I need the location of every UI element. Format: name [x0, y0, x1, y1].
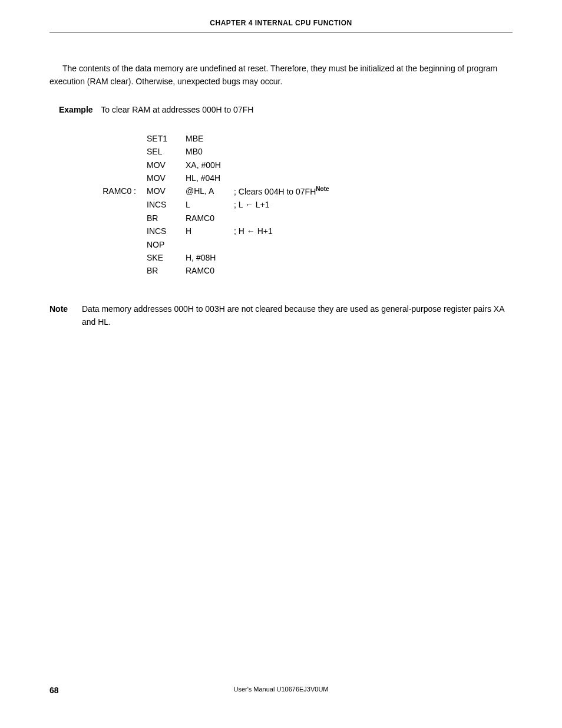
code-label	[49, 238, 147, 251]
code-op: SEL	[147, 145, 186, 158]
note-block: Note Data memory addresses 000H to 003H …	[49, 302, 513, 329]
code-block: SET1 MBE SEL MB0 MOV XA, #00H MOV HL, #0…	[49, 132, 513, 278]
code-row: MOV HL, #04H	[49, 172, 513, 185]
code-arg: RAMC0	[186, 264, 234, 277]
code-comment: ; L ← L+1	[234, 198, 513, 211]
code-op: BR	[147, 212, 186, 225]
page-number: 68	[49, 686, 59, 695]
code-comment: ; Clears 004H to 07FHNote	[234, 185, 513, 198]
code-row: MOV XA, #00H	[49, 159, 513, 172]
code-label: RAMC0 :	[49, 185, 147, 198]
code-comment	[234, 212, 513, 225]
note-superscript: Note	[316, 186, 329, 192]
code-arg: H, #08H	[186, 251, 234, 264]
code-label	[49, 251, 147, 264]
code-comment	[234, 145, 513, 158]
code-op: INCS	[147, 225, 186, 238]
code-arg: MB0	[186, 145, 234, 158]
code-label	[49, 225, 147, 238]
code-comment	[234, 251, 513, 264]
code-row: BR RAMC0	[49, 212, 513, 225]
code-arg: MBE	[186, 132, 234, 145]
code-arg: H	[186, 225, 234, 238]
code-arg	[186, 238, 234, 251]
code-row: INCS L ; L ← L+1	[49, 198, 513, 211]
page-content: CHAPTER 4 INTERNAL CPU FUNCTION The cont…	[0, 0, 562, 329]
code-comment	[234, 238, 513, 251]
code-op: BR	[147, 264, 186, 277]
example-label: Example	[59, 105, 93, 114]
code-label	[49, 159, 147, 172]
code-row: BR RAMC0	[49, 264, 513, 277]
manual-id: User's Manual U10676EJ3V0UM	[233, 686, 328, 693]
code-op: MOV	[147, 159, 186, 172]
code-op: INCS	[147, 198, 186, 211]
example-text: To clear RAM at addresses 000H to 07FH	[101, 105, 253, 114]
code-label	[49, 198, 147, 211]
code-arg: HL, #04H	[186, 172, 234, 185]
code-row: SKE H, #08H	[49, 251, 513, 264]
code-label	[49, 212, 147, 225]
code-comment: ; H ← H+1	[234, 225, 513, 238]
code-comment	[234, 132, 513, 145]
code-row: NOP	[49, 238, 513, 251]
intro-text: The contents of the data memory are unde…	[49, 64, 497, 86]
code-comment	[234, 264, 513, 277]
code-arg: RAMC0	[186, 212, 234, 225]
code-comment	[234, 172, 513, 185]
code-arg: @HL, A	[186, 185, 234, 198]
code-op: NOP	[147, 238, 186, 251]
note-label: Note	[49, 302, 82, 329]
page-footer: 68 User's Manual U10676EJ3V0UM	[49, 686, 513, 695]
code-row: SET1 MBE	[49, 132, 513, 145]
code-row: INCS H ; H ← H+1	[49, 225, 513, 238]
chapter-header: CHAPTER 4 INTERNAL CPU FUNCTION	[49, 19, 513, 32]
intro-paragraph: The contents of the data memory are unde…	[49, 62, 513, 88]
code-op: SKE	[147, 251, 186, 264]
code-arg: L	[186, 198, 234, 211]
code-arg: XA, #00H	[186, 159, 234, 172]
code-comment	[234, 159, 513, 172]
code-label	[49, 132, 147, 145]
note-text: Data memory addresses 000H to 003H are n…	[82, 302, 513, 329]
code-op: MOV	[147, 185, 186, 198]
code-op: MOV	[147, 172, 186, 185]
code-row: SEL MB0	[49, 145, 513, 158]
example-line: Example To clear RAM at addresses 000H t…	[59, 105, 513, 114]
code-op: SET1	[147, 132, 186, 145]
code-label	[49, 172, 147, 185]
code-label	[49, 145, 147, 158]
code-row: RAMC0 : MOV @HL, A ; Clears 004H to 07FH…	[49, 185, 513, 198]
code-label	[49, 264, 147, 277]
